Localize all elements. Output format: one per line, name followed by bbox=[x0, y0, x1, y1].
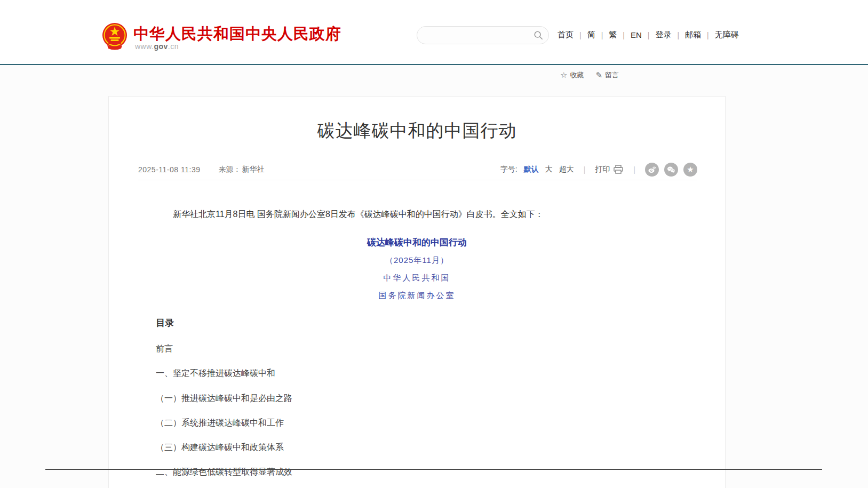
toc-item: （三）构建碳达峰碳中和政策体系 bbox=[156, 442, 678, 452]
nav-home[interactable]: 首页 bbox=[558, 30, 574, 40]
toc-item: 前言 bbox=[156, 343, 678, 354]
nav-separator: | bbox=[707, 31, 709, 39]
toolbar-separator: | bbox=[630, 165, 639, 174]
nav-traditional[interactable]: 繁 bbox=[609, 30, 617, 40]
print-label: 打印 bbox=[595, 165, 610, 174]
national-emblem-logo bbox=[102, 22, 128, 51]
toc-heading: 目录 bbox=[156, 317, 678, 329]
site-url-prefix: www. bbox=[135, 42, 154, 51]
document-title: 碳达峰碳中和的中国行动 bbox=[109, 236, 725, 249]
share-weibo-button[interactable] bbox=[645, 163, 659, 177]
share-wechat-button[interactable] bbox=[664, 163, 678, 177]
search-input[interactable] bbox=[426, 31, 533, 39]
nav-separator: | bbox=[601, 31, 603, 39]
nav-separator: | bbox=[579, 31, 582, 39]
nav-accessibility[interactable]: 无障碍 bbox=[715, 30, 739, 40]
nav-simplified[interactable]: 简 bbox=[587, 30, 595, 40]
nav-mail[interactable]: 邮箱 bbox=[685, 30, 701, 40]
fontsize-default-button[interactable]: 默认 bbox=[524, 165, 539, 174]
nav-separator: | bbox=[677, 31, 679, 39]
toc-item: 一、坚定不移推进碳达峰碳中和 bbox=[156, 368, 678, 378]
lead-paragraph: 新华社北京11月8日电 国务院新闻办公室8日发布《碳达峰碳中和的中国行动》白皮书… bbox=[156, 207, 678, 221]
source-label: 来源： bbox=[218, 165, 241, 174]
pen-icon: ✎ bbox=[595, 70, 602, 80]
fontsize-xlarge-button[interactable]: 超大 bbox=[559, 165, 574, 174]
toc-item: 二、能源绿色低碳转型取得显著成效 bbox=[156, 467, 678, 477]
site-url: www.gov.cn bbox=[135, 42, 179, 51]
printer-icon bbox=[613, 165, 624, 174]
nav-separator: | bbox=[648, 31, 650, 39]
site-url-suffix: .cn bbox=[168, 42, 179, 51]
document-org-line2: 国务院新闻办公室 bbox=[109, 291, 725, 301]
favorite-label: 收藏 bbox=[570, 70, 584, 80]
favorite-button[interactable]: ☆ 收藏 bbox=[560, 70, 584, 80]
table-of-contents: 前言 一、坚定不移推进碳达峰碳中和 （一）推进碳达峰碳中和是必由之路 （二）系统… bbox=[156, 343, 678, 488]
star-icon: ★ bbox=[687, 165, 694, 173]
share-icons: ★ bbox=[645, 163, 697, 177]
search-box[interactable] bbox=[417, 26, 549, 44]
site-title: 中华人民共和国中央人民政府 bbox=[133, 23, 341, 45]
top-nav: 首页 | 简 | 繁 | EN | 登录 | 邮箱 | 无障碍 bbox=[558, 30, 739, 40]
quick-actions: ☆ 收藏 ✎ 留言 bbox=[560, 70, 619, 80]
article-meta-bar: 2025-11-08 11:39 来源： 新华社 字号: 默认 大 超大 | 打… bbox=[138, 159, 697, 180]
article-title: 碳达峰碳中和的中国行动 bbox=[109, 119, 725, 143]
comment-button[interactable]: ✎ 留言 bbox=[595, 70, 619, 80]
star-outline-icon: ☆ bbox=[560, 70, 567, 80]
fontsize-large-button[interactable]: 大 bbox=[545, 165, 553, 174]
article-card: 碳达峰碳中和的中国行动 2025-11-08 11:39 来源： 新华社 字号:… bbox=[108, 96, 726, 488]
site-url-gov: gov bbox=[154, 42, 168, 51]
fontsize-label: 字号: bbox=[500, 165, 517, 174]
search-icon[interactable] bbox=[533, 30, 543, 40]
nav-english[interactable]: EN bbox=[631, 30, 642, 39]
site-header: 中华人民共和国中央人民政府 www.gov.cn 首页 | 简 | 繁 | EN… bbox=[0, 0, 868, 64]
toolbar-separator: | bbox=[580, 165, 589, 174]
article-toolbar: 字号: 默认 大 超大 | 打印 | bbox=[500, 163, 697, 177]
source-name: 新华社 bbox=[242, 165, 264, 174]
nav-separator: | bbox=[623, 31, 625, 39]
weibo-icon bbox=[648, 165, 656, 174]
document-org-line1: 中华人民共和国 bbox=[109, 273, 725, 283]
toc-item: （一）推进碳达峰碳中和是必由之路 bbox=[156, 393, 678, 403]
nav-login[interactable]: 登录 bbox=[655, 30, 671, 40]
share-favorite-button[interactable]: ★ bbox=[683, 163, 697, 177]
toc-item: （二）系统推进碳达峰碳中和工作 bbox=[156, 418, 678, 428]
bottom-divider bbox=[45, 469, 822, 470]
document-date: （2025年11月） bbox=[109, 255, 725, 266]
wechat-icon bbox=[667, 165, 675, 174]
comment-label: 留言 bbox=[605, 70, 619, 80]
print-button[interactable]: 打印 bbox=[595, 165, 624, 174]
publish-date: 2025-11-08 11:39 bbox=[138, 165, 200, 174]
